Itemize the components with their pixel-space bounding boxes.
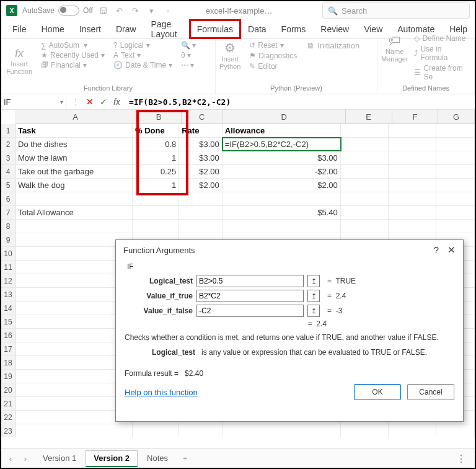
cell-F1[interactable] [389,124,436,137]
row-head[interactable]: 10 [1,247,15,260]
sheet-prev-icon[interactable]: ‹ [5,454,16,463]
define-name-button[interactable]: ◇ Define Name [413,34,470,43]
save-icon[interactable]: 🖫 [98,5,109,16]
col-head-F[interactable]: F [392,110,439,123]
row-head[interactable]: 18 [1,356,15,369]
cell-E1[interactable] [341,124,389,137]
cancel-button[interactable]: Cancel [407,384,454,400]
cell-C8[interactable] [179,220,223,233]
cell-B7[interactable] [133,206,179,219]
cell-G8[interactable] [436,220,475,233]
row-head[interactable]: 15 [1,315,15,328]
tab-page-layout[interactable]: Page Layout [144,20,190,38]
cell-D6[interactable] [223,192,341,205]
name-box[interactable]: IF ▾ [1,95,66,109]
financial-button[interactable]: 🗐 Financial ▾ [40,60,106,70]
tab-draw[interactable]: Draw [108,20,144,38]
cell-F7[interactable] [389,206,436,219]
row-head[interactable]: 5 [1,179,15,192]
col-head-A[interactable]: A [15,110,136,123]
cell-G4[interactable] [436,165,475,178]
row-head[interactable]: 19 [1,370,15,383]
row-head[interactable]: 17 [1,342,15,355]
row-head[interactable]: 12 [1,274,15,287]
row-head[interactable]: 23 [1,424,15,437]
cell-A5[interactable]: Walk the dog [15,179,133,192]
cell-B3[interactable]: 1 [133,151,179,164]
cell-E23[interactable] [341,424,389,437]
cell-C4[interactable]: $2.00 [179,165,223,178]
sheet-next-icon[interactable]: › [20,454,31,463]
tab-file[interactable]: File [5,20,34,38]
lookup-button[interactable]: 🔍 ▾ [180,40,197,50]
row-head[interactable]: 21 [1,397,15,410]
cell-D8[interactable] [223,220,341,233]
cell-F4[interactable] [389,165,436,178]
cell-C1[interactable]: Rate [179,124,223,137]
row-head[interactable]: 16 [1,329,15,342]
cell-F2[interactable] [389,138,436,151]
cell-D7[interactable]: $5.40 [223,206,341,219]
col-head-G[interactable]: G [438,110,475,123]
tab-insert[interactable]: Insert [72,20,108,38]
cell-B8[interactable] [133,220,179,233]
col-head-D[interactable]: D [223,110,346,123]
cell-G6[interactable] [436,192,475,205]
sheet-tab-version-2[interactable]: Version 2 [86,450,138,467]
cell-C6[interactable] [179,192,223,205]
cell-F6[interactable] [389,192,436,205]
ok-button[interactable]: OK [354,384,401,400]
ref-collapse-icon[interactable]: ↥ [307,305,320,317]
python-editor-button[interactable]: ✎ Editor [248,61,298,71]
cell-B2[interactable]: 0.8 [133,138,179,151]
cell-D4[interactable]: -$2.00 [223,165,341,178]
datetime-button[interactable]: 🕘 Date & Time ▾ [112,60,174,70]
search-box[interactable]: 🔍 Search [322,2,470,19]
row-head[interactable]: 11 [1,261,15,274]
name-manager-button[interactable]: 🏷 Name Manager [381,34,408,63]
tab-formulas[interactable]: Formulas [190,20,240,38]
cell-A1[interactable]: Task [15,124,133,137]
row-head[interactable]: 6 [1,192,15,205]
cell-B23[interactable] [133,424,179,437]
add-sheet-icon[interactable]: ＋ [180,453,191,464]
python-diagnostics-button[interactable]: ⚑ Diagnostics [248,51,298,61]
python-reset-button[interactable]: ↺ Reset ▾ [248,40,298,50]
row-head[interactable]: 2 [1,138,15,151]
col-head-C[interactable]: C [182,110,223,123]
cell-E4[interactable] [341,165,389,178]
recent-button[interactable]: ★ Recently Used ▾ [40,50,106,60]
tab-home[interactable]: Home [34,20,72,38]
create-from-sel-button[interactable]: ☰ Create from Se [413,63,470,82]
cell-F5[interactable] [389,179,436,192]
row-head[interactable]: 7 [1,206,15,219]
more-fn-button[interactable]: ⋯ ▾ [180,60,197,70]
sheet-overflow-icon[interactable]: ⋮ [456,453,471,465]
row-head[interactable]: 8 [1,220,15,233]
cell-A3[interactable]: Mow the lawn [15,151,133,164]
cell-E8[interactable] [341,220,389,233]
cell-A8[interactable] [15,220,133,233]
row-head[interactable]: 22 [1,411,15,424]
ref-collapse-icon[interactable]: ↥ [307,290,320,302]
insert-python-button[interactable]: ⚙ Insert Python [219,40,240,70]
redo-icon[interactable]: ↷ [130,5,141,16]
autosave-toggle[interactable]: AutoSave Off [22,6,93,16]
quickaccess-icon[interactable]: ▾ [146,5,157,16]
cell-E5[interactable] [341,179,389,192]
cell-A23[interactable] [15,424,133,437]
cell-C2[interactable]: $3.00 [179,138,223,151]
undo-icon[interactable]: ↶ [114,5,125,16]
tab-forms[interactable]: Forms [274,20,314,38]
sheet-tab-version-1[interactable]: Version 1 [35,450,84,467]
cell-E6[interactable] [341,192,389,205]
row-head[interactable]: 13 [1,288,15,301]
cell-C7[interactable] [179,206,223,219]
cancel-formula-icon[interactable]: ✕ [86,97,94,107]
cell-G1[interactable] [436,124,475,137]
row-head[interactable]: 9 [1,233,15,246]
cell-B5[interactable]: 1 [133,179,179,192]
insert-function-button[interactable]: fx Insert Function [1,39,37,83]
cell-A4[interactable]: Take out the garbage [15,165,133,178]
python-init-button[interactable]: 🗎 Initialization [306,40,361,51]
